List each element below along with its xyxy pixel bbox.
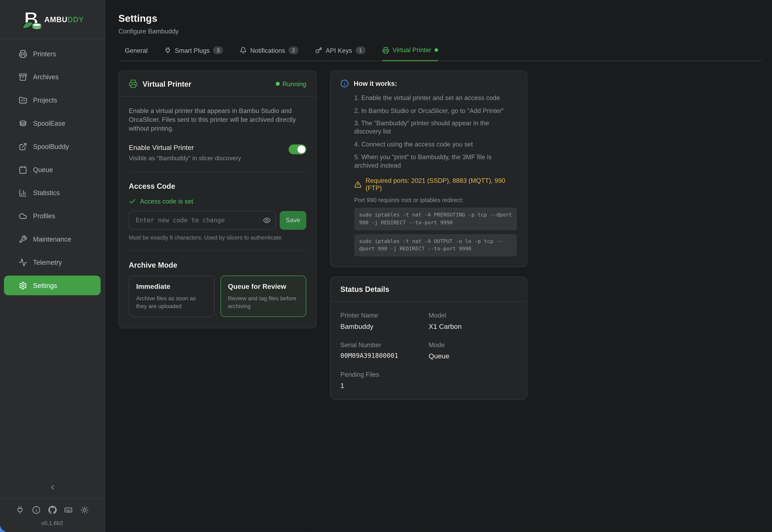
sidebar-item-label: Statistics: [33, 189, 60, 196]
how-it-works-card: How it works: 1. Enable the virtual prin…: [330, 70, 528, 267]
running-status: Running: [276, 80, 306, 88]
sidebar-collapse-button[interactable]: [0, 479, 105, 496]
sidebar-item-profiles[interactable]: Profiles: [4, 206, 100, 226]
field-pending-files: Pending Files 1: [340, 371, 429, 389]
field-value: X1 Carbon: [429, 322, 517, 330]
field-label: Serial Number: [340, 341, 429, 349]
cloud-icon: [19, 212, 27, 220]
settings-tabs: General Smart Plugs 3 Notifications 2 AP…: [118, 46, 762, 61]
save-button[interactable]: Save: [280, 211, 306, 230]
sidebar-item-statistics[interactable]: Statistics: [4, 183, 100, 203]
archive-mode-option-queue-for-review[interactable]: Queue for Review Review and tag files be…: [220, 275, 306, 317]
option-title: Immediate: [136, 282, 207, 290]
tab-label: API Keys: [325, 47, 352, 54]
app-logo: B AMBUDDY: [0, 0, 105, 39]
sidebar-item-spoolbuddy[interactable]: SpoolBuddy: [4, 137, 100, 156]
archive-mode-heading: Archive Mode: [129, 261, 306, 269]
archive-icon: [19, 73, 27, 81]
printer-icon: [382, 47, 389, 54]
tab-api-keys[interactable]: API Keys 1: [315, 46, 365, 61]
app-version: v0.1.6b2: [0, 518, 105, 532]
tab-badge: 1: [355, 46, 365, 54]
app-window: B AMBUDDY Printers Archives: [0, 0, 772, 532]
sidebar-item-settings[interactable]: Settings: [4, 276, 100, 295]
warning-triangle-icon: [354, 181, 361, 188]
enable-virtual-printer-toggle[interactable]: [288, 144, 306, 154]
sidebar-item-printers[interactable]: Printers: [4, 44, 100, 64]
sidebar-item-archives[interactable]: Archives: [4, 67, 100, 87]
step: 5. When you "print" to Bambuddy, the 3MF…: [354, 153, 517, 169]
external-link-icon: [19, 142, 27, 151]
sidebar-nav: Printers Archives Projects SpoolEase Spo…: [0, 39, 105, 299]
sidebar-item-telemetry[interactable]: Telemetry: [4, 252, 100, 272]
github-icon[interactable]: [48, 506, 56, 514]
page-title: Settings: [118, 13, 762, 24]
card-title: Virtual Printer: [143, 80, 271, 88]
brand-name-green: DDY: [68, 15, 84, 24]
access-code-status: Access code is set: [129, 198, 306, 205]
sidebar-item-projects[interactable]: Projects: [4, 90, 100, 110]
calendar-icon: [19, 165, 27, 174]
enable-virtual-printer-row: Enable Virtual Printer Visible as "Bambu…: [129, 143, 306, 162]
keyboard-icon[interactable]: [64, 506, 73, 514]
how-it-works-steps: 1. Enable the virtual printer and set an…: [354, 94, 517, 170]
sidebar-item-label: Queue: [33, 166, 53, 173]
field-serial-number: Serial Number 00M09A391800001: [340, 341, 429, 360]
virtual-printer-card-body: Enable a virtual printer that appears in…: [119, 97, 316, 328]
field-value: 00M09A391800001: [340, 352, 429, 359]
field-label: Mode: [429, 341, 517, 349]
required-ports-warning: Required ports: 2021 (SSDP), 8883 (MQTT)…: [354, 177, 517, 192]
status-label: Running: [282, 80, 306, 88]
archive-mode-options: Immediate Archive files as soon as they …: [129, 275, 306, 317]
tab-notifications[interactable]: Notifications 2: [240, 46, 298, 61]
chevron-left-icon: [48, 484, 56, 491]
tab-smart-plugs[interactable]: Smart Plugs 3: [164, 46, 223, 61]
bambuddy-logo-mark: B: [21, 8, 43, 31]
sidebar-item-maintenance[interactable]: Maintenance: [4, 229, 100, 249]
tab-label: General: [125, 47, 148, 54]
access-code-input-wrap: [129, 211, 276, 230]
plug-icon[interactable]: [16, 506, 24, 514]
tab-badge: 3: [213, 46, 223, 54]
sidebar-item-spoolease[interactable]: SpoolEase: [4, 113, 100, 133]
sidebar: B AMBUDDY Printers Archives: [0, 0, 105, 532]
sidebar-footer: v0.1.6b2: [0, 479, 105, 532]
status-dot: [276, 82, 279, 86]
virtual-printer-card: Virtual Printer Running Enable a virtual…: [118, 70, 317, 328]
tab-virtual-printer[interactable]: Virtual Printer: [382, 46, 438, 61]
tab-label: Notifications: [250, 47, 285, 54]
brand-name-white: AMBU: [44, 15, 68, 24]
tab-label: Virtual Printer: [393, 46, 431, 54]
enable-label: Enable Virtual Printer: [129, 143, 241, 151]
field-printer-name: Printer Name Bambuddy: [340, 312, 429, 330]
sidebar-item-label: SpoolEase: [33, 120, 65, 127]
iptables-command-prerouting: sudo iptables -t nat -A PREROUTING -p tc…: [354, 208, 517, 230]
sidebar-item-label: Settings: [33, 282, 57, 289]
divider: [129, 250, 306, 251]
toggle-knob: [297, 145, 305, 153]
access-code-input-row: Save: [129, 211, 306, 230]
step: 2. In Bambu Studio or OrcaSlicer, go to …: [354, 106, 517, 115]
how-it-works-title: How it works:: [354, 80, 397, 87]
sun-icon[interactable]: [80, 506, 89, 514]
iptables-command-output: sudo iptables -t nat -A OUTPUT -o lo -p …: [354, 234, 517, 256]
field-value: 1: [340, 382, 429, 389]
virtual-printer-card-header: Virtual Printer Running: [119, 71, 316, 97]
sidebar-item-label: Profiles: [33, 212, 55, 220]
bar-chart-icon: [19, 189, 27, 197]
field-label: Model: [429, 312, 517, 319]
eye-icon[interactable]: [263, 216, 271, 224]
sidebar-item-queue[interactable]: Queue: [4, 160, 100, 180]
how-it-works-header: How it works:: [340, 79, 517, 88]
access-code-heading: Access Code: [129, 182, 306, 190]
access-code-status-label: Access code is set: [140, 198, 193, 205]
step: 3. The "Bambuddy" printer should appear …: [354, 119, 517, 136]
info-icon[interactable]: [32, 506, 40, 514]
virtual-printer-description: Enable a virtual printer that appears in…: [129, 106, 306, 133]
enable-virtual-printer-text: Enable Virtual Printer Visible as "Bambu…: [129, 143, 241, 162]
tab-general[interactable]: General: [125, 46, 148, 61]
main-content: Settings Configure Bambuddy General Smar…: [105, 0, 772, 532]
access-code-input[interactable]: [129, 211, 276, 230]
archive-mode-option-immediate[interactable]: Immediate Archive files as soon as they …: [129, 275, 214, 317]
spool-icon: [19, 119, 27, 128]
